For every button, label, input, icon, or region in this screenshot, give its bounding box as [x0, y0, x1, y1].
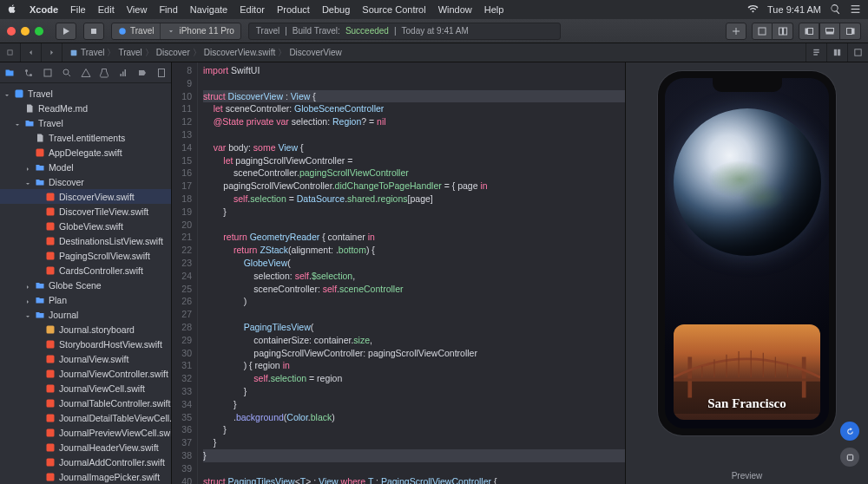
apple-logo-icon[interactable]: [7, 3, 17, 16]
preview-label: Preview: [732, 471, 763, 481]
report-navigator-tab[interactable]: [152, 62, 171, 82]
wifi-icon[interactable]: [747, 3, 759, 16]
tree-item[interactable]: Discover: [0, 174, 171, 189]
toggle-debug-area-button[interactable]: [819, 23, 840, 40]
tree-item[interactable]: Globe Scene: [0, 278, 171, 292]
symbol-navigator-tab[interactable]: [38, 62, 57, 82]
panel-segmented: [799, 23, 861, 40]
tree-item[interactable]: Journal: [0, 307, 171, 322]
svg-rect-40: [47, 355, 55, 363]
debug-navigator-tab[interactable]: [114, 62, 133, 82]
breadcrumb-seg-1[interactable]: Travel: [118, 48, 141, 57]
tree-item-label: JournalImagePicker.swift: [59, 472, 160, 482]
swift-icon: [45, 457, 56, 468]
close-window-button[interactable]: [7, 27, 16, 36]
tree-item[interactable]: ReadMe.md: [0, 101, 171, 115]
menu-help[interactable]: Help: [484, 4, 504, 15]
menu-navigate[interactable]: Navigate: [190, 4, 227, 15]
tree-item[interactable]: DiscoverView.swift: [0, 189, 171, 204]
swift-icon: [45, 413, 56, 423]
tree-item[interactable]: JournalAddController.swift: [0, 455, 171, 469]
tree-item-label: GlobeView.swift: [59, 221, 123, 232]
tree-item[interactable]: Travel: [0, 115, 171, 130]
menu-find[interactable]: Find: [159, 4, 177, 15]
activity-viewer[interactable]: Travel | Build Travel: Succeeded | Today…: [248, 23, 561, 40]
test-navigator-tab[interactable]: [95, 62, 114, 82]
minimize-window-button[interactable]: [21, 27, 30, 36]
project-navigator-tab[interactable]: [0, 62, 19, 82]
menu-file[interactable]: File: [70, 4, 86, 15]
clock[interactable]: Tue 9:41 AM: [767, 4, 821, 15]
canvas-settings-button[interactable]: [840, 448, 859, 467]
tree-item[interactable]: JournalImagePicker.swift: [0, 469, 171, 484]
related-items-button[interactable]: [0, 43, 21, 62]
back-button[interactable]: [21, 43, 42, 62]
tree-item-label: PagingScrollView.swift: [59, 251, 150, 261]
menu-debug[interactable]: Debug: [322, 4, 350, 15]
tree-item[interactable]: JournalView.swift: [0, 351, 171, 366]
swift-icon: [45, 428, 56, 438]
breadcrumb-seg-0[interactable]: Travel: [81, 48, 104, 57]
breakpoint-navigator-tab[interactable]: [133, 62, 152, 82]
scheme-device-label: iPhone 11 Pro: [179, 26, 233, 36]
tree-item[interactable]: PagingScrollView.swift: [0, 248, 171, 263]
menu-source-control[interactable]: Source Control: [362, 4, 425, 15]
tree-item[interactable]: JournalHeaderView.swift: [0, 440, 171, 455]
issue-navigator-tab[interactable]: [76, 62, 95, 82]
tree-item[interactable]: StoryboardHostView.swift: [0, 337, 171, 351]
breadcrumb-seg-3[interactable]: DiscoverView.swift: [204, 48, 276, 57]
tree-item[interactable]: CardsController.swift: [0, 263, 171, 278]
run-button[interactable]: [56, 23, 76, 40]
find-navigator-tab[interactable]: [57, 62, 76, 82]
standard-editor-button[interactable]: [752, 23, 773, 40]
device-screen[interactable]: San Francisco: [665, 78, 829, 428]
tree-item[interactable]: Plan: [0, 292, 171, 307]
menu-window[interactable]: Window: [438, 4, 472, 15]
tree-item[interactable]: JournalViewController.swift: [0, 366, 171, 381]
menu-edit[interactable]: Edit: [98, 4, 115, 15]
adjust-editor-options-button[interactable]: [826, 43, 847, 62]
tree-item[interactable]: Model: [0, 160, 171, 174]
assistant-editor-button[interactable]: [773, 23, 793, 40]
tree-item[interactable]: Travel.entitlements: [0, 130, 171, 145]
tree-item[interactable]: JournalTableController.swift: [0, 396, 171, 410]
menu-view[interactable]: View: [127, 4, 148, 15]
canvas-refresh-button[interactable]: [840, 422, 859, 441]
control-center-icon[interactable]: [850, 3, 861, 16]
toggle-navigator-button[interactable]: [799, 23, 819, 40]
breadcrumb-seg-4[interactable]: DiscoverView: [289, 48, 341, 57]
tree-item[interactable]: Travel: [0, 86, 171, 101]
forward-button[interactable]: [42, 43, 62, 62]
tree-item[interactable]: JournalViewCell.swift: [0, 381, 171, 396]
scheme-selector[interactable]: Travel iPhone 11 Pro: [111, 23, 241, 40]
destination-card[interactable]: San Francisco: [674, 324, 820, 420]
stop-button[interactable]: [83, 23, 104, 40]
breadcrumb-seg-2[interactable]: Discover: [156, 48, 190, 57]
tree-item[interactable]: JournalDetailTableViewCell.swift: [0, 410, 171, 425]
toggle-inspector-button[interactable]: [840, 23, 861, 40]
source-editor[interactable]: 8910111213141516171819202122232425262728…: [172, 62, 625, 484]
source-control-navigator-tab[interactable]: [19, 62, 38, 82]
tree-item[interactable]: AppDelegate.swift: [0, 145, 171, 160]
tree-item[interactable]: GlobeView.swift: [0, 219, 171, 233]
tree-item[interactable]: DiscoverTileView.swift: [0, 204, 171, 219]
spotlight-icon[interactable]: [830, 3, 841, 16]
breadcrumb[interactable]: Travel〉 Travel〉 Discover〉 DiscoverView.s…: [62, 43, 349, 62]
minimap-button[interactable]: [806, 43, 826, 62]
tree-item-label: JournalDetailTableViewCell.swift: [59, 413, 171, 423]
tree-item[interactable]: DestinationsListView.swift: [0, 233, 171, 248]
tree-item-label: JournalViewController.swift: [59, 369, 168, 379]
file-tree: TravelReadMe.mdTravelTravel.entitlements…: [0, 83, 171, 484]
library-button[interactable]: [726, 23, 746, 40]
menu-app-name[interactable]: Xcode: [30, 4, 58, 15]
menu-product[interactable]: Product: [277, 4, 310, 15]
tree-item-label: JournalViewCell.swift: [59, 383, 145, 394]
tree-item[interactable]: JournalPreviewViewCell.swift: [0, 425, 171, 440]
add-editor-button[interactable]: [847, 43, 868, 62]
proj-icon: [14, 88, 24, 99]
svg-rect-24: [44, 69, 51, 76]
code-area[interactable]: import SwiftUI struct DiscoverView : Vie…: [198, 62, 625, 484]
tree-item[interactable]: Journal.storyboard: [0, 322, 171, 337]
menu-editor[interactable]: Editor: [240, 4, 265, 15]
zoom-window-button[interactable]: [35, 27, 43, 36]
